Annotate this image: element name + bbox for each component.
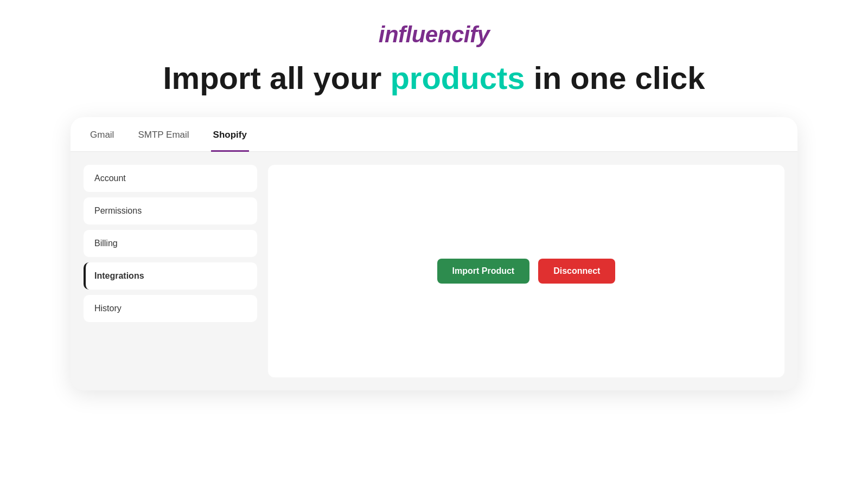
- main-card: Gmail SMTP Email Shopify Account Permiss…: [71, 117, 797, 390]
- sidebar-item-permissions[interactable]: Permissions: [84, 197, 257, 224]
- tab-gmail[interactable]: Gmail: [88, 118, 116, 152]
- sidebar-item-billing[interactable]: Billing: [84, 230, 257, 257]
- logo-area: influencify: [379, 22, 490, 48]
- sidebar-item-account[interactable]: Account: [84, 165, 257, 192]
- disconnect-button[interactable]: Disconnect: [538, 259, 615, 284]
- main-content: Account Permissions Billing Integrations…: [71, 152, 797, 390]
- sidebar-item-integrations[interactable]: Integrations: [84, 262, 257, 290]
- sidebar: Account Permissions Billing Integrations…: [84, 165, 257, 377]
- headline-part1: Import all your: [163, 60, 390, 95]
- logo-text: influencify: [379, 22, 490, 47]
- tab-smtp[interactable]: SMTP Email: [136, 118, 191, 152]
- content-panel: Import Product Disconnect: [268, 165, 784, 377]
- page-headline: Import all your products in one click: [163, 61, 705, 95]
- tabs-bar: Gmail SMTP Email Shopify: [71, 117, 797, 152]
- headline-highlight: products: [390, 60, 525, 95]
- action-buttons: Import Product Disconnect: [437, 259, 616, 284]
- sidebar-item-history[interactable]: History: [84, 295, 257, 322]
- tab-shopify[interactable]: Shopify: [211, 118, 249, 152]
- import-product-button[interactable]: Import Product: [437, 259, 530, 284]
- headline-part2: in one click: [525, 60, 705, 95]
